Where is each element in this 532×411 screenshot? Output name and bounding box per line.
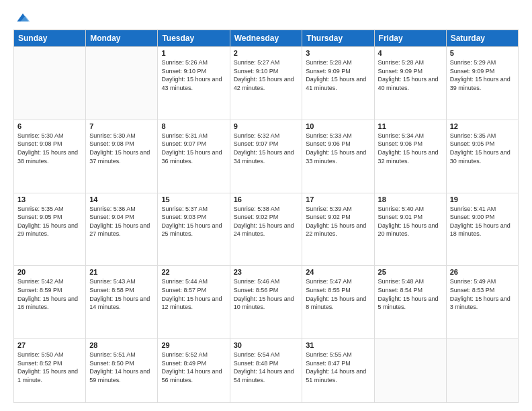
cell-content: Sunrise: 5:41 AM Sunset: 9:00 PM Dayligh…	[450, 205, 515, 238]
calendar-cell: 15Sunrise: 5:37 AM Sunset: 9:03 PM Dayli…	[158, 193, 230, 266]
calendar-cell: 1Sunrise: 5:26 AM Sunset: 9:10 PM Daylig…	[158, 47, 230, 120]
calendar-cell: 21Sunrise: 5:43 AM Sunset: 8:58 PM Dayli…	[86, 266, 158, 339]
calendar-cell	[374, 339, 446, 403]
weekday-wednesday: Wednesday	[230, 30, 302, 47]
calendar-cell: 12Sunrise: 5:35 AM Sunset: 9:05 PM Dayli…	[446, 120, 518, 193]
week-row-4: 20Sunrise: 5:42 AM Sunset: 8:59 PM Dayli…	[14, 266, 519, 339]
calendar-cell: 14Sunrise: 5:36 AM Sunset: 9:04 PM Dayli…	[86, 193, 158, 266]
day-number: 21	[89, 268, 154, 276]
calendar-cell: 9Sunrise: 5:32 AM Sunset: 9:07 PM Daylig…	[230, 120, 302, 193]
day-number: 12	[450, 122, 515, 130]
calendar-cell: 20Sunrise: 5:42 AM Sunset: 8:59 PM Dayli…	[14, 266, 86, 339]
day-number: 11	[378, 122, 443, 130]
calendar-cell: 28Sunrise: 5:51 AM Sunset: 8:50 PM Dayli…	[86, 339, 158, 403]
day-number: 17	[306, 195, 370, 203]
cell-content: Sunrise: 5:46 AM Sunset: 8:56 PM Dayligh…	[234, 277, 299, 311]
calendar-cell: 19Sunrise: 5:41 AM Sunset: 9:00 PM Dayli…	[446, 193, 518, 266]
cell-content: Sunrise: 5:47 AM Sunset: 8:55 PM Dayligh…	[306, 277, 370, 311]
calendar-cell	[14, 47, 86, 120]
cell-content: Sunrise: 5:51 AM Sunset: 8:50 PM Dayligh…	[89, 351, 154, 384]
page: SundayMondayTuesdayWednesdayThursdayFrid…	[0, 0, 532, 411]
cell-content: Sunrise: 5:38 AM Sunset: 9:02 PM Dayligh…	[234, 205, 299, 238]
week-row-3: 13Sunrise: 5:35 AM Sunset: 9:05 PM Dayli…	[14, 193, 519, 266]
cell-content: Sunrise: 5:37 AM Sunset: 9:03 PM Dayligh…	[161, 205, 226, 238]
day-number: 23	[234, 268, 299, 276]
calendar-cell: 30Sunrise: 5:54 AM Sunset: 8:48 PM Dayli…	[230, 339, 302, 403]
cell-content: Sunrise: 5:43 AM Sunset: 8:58 PM Dayligh…	[89, 277, 154, 311]
calendar-cell: 26Sunrise: 5:49 AM Sunset: 8:53 PM Dayli…	[446, 266, 518, 339]
cell-content: Sunrise: 5:28 AM Sunset: 9:09 PM Dayligh…	[378, 58, 443, 92]
weekday-friday: Friday	[374, 30, 446, 47]
week-row-2: 6Sunrise: 5:30 AM Sunset: 9:08 PM Daylig…	[14, 120, 519, 193]
day-number: 26	[450, 268, 515, 276]
weekday-tuesday: Tuesday	[158, 30, 230, 47]
calendar-cell: 27Sunrise: 5:50 AM Sunset: 8:52 PM Dayli…	[14, 339, 86, 403]
weekday-sunday: Sunday	[14, 30, 86, 47]
calendar-cell: 13Sunrise: 5:35 AM Sunset: 9:05 PM Dayli…	[14, 193, 86, 266]
weekday-saturday: Saturday	[446, 30, 518, 47]
logo-icon	[15, 11, 31, 24]
calendar-cell: 25Sunrise: 5:48 AM Sunset: 8:54 PM Dayli…	[374, 266, 446, 339]
calendar-cell: 31Sunrise: 5:55 AM Sunset: 8:47 PM Dayli…	[302, 339, 374, 403]
cell-content: Sunrise: 5:30 AM Sunset: 9:08 PM Dayligh…	[17, 132, 82, 165]
cell-content: Sunrise: 5:39 AM Sunset: 9:02 PM Dayligh…	[306, 205, 370, 238]
cell-content: Sunrise: 5:44 AM Sunset: 8:57 PM Dayligh…	[161, 277, 226, 311]
calendar-cell: 2Sunrise: 5:27 AM Sunset: 9:10 PM Daylig…	[230, 47, 302, 120]
day-number: 22	[161, 268, 226, 276]
calendar: SundayMondayTuesdayWednesdayThursdayFrid…	[13, 30, 519, 403]
day-number: 31	[306, 341, 370, 349]
day-number: 14	[89, 195, 154, 203]
day-number: 13	[17, 195, 82, 203]
week-row-5: 27Sunrise: 5:50 AM Sunset: 8:52 PM Dayli…	[14, 339, 519, 403]
logo	[13, 11, 31, 24]
day-number: 15	[161, 195, 226, 203]
day-number: 4	[378, 49, 443, 57]
calendar-cell: 23Sunrise: 5:46 AM Sunset: 8:56 PM Dayli…	[230, 266, 302, 339]
day-number: 18	[378, 195, 443, 203]
day-number: 24	[306, 268, 370, 276]
cell-content: Sunrise: 5:35 AM Sunset: 9:05 PM Dayligh…	[17, 205, 82, 238]
day-number: 9	[234, 122, 299, 130]
day-number: 30	[234, 341, 299, 349]
day-number: 16	[234, 195, 299, 203]
calendar-cell: 29Sunrise: 5:52 AM Sunset: 8:49 PM Dayli…	[158, 339, 230, 403]
calendar-cell: 17Sunrise: 5:39 AM Sunset: 9:02 PM Dayli…	[302, 193, 374, 266]
cell-content: Sunrise: 5:55 AM Sunset: 8:47 PM Dayligh…	[306, 351, 370, 384]
calendar-cell: 22Sunrise: 5:44 AM Sunset: 8:57 PM Dayli…	[158, 266, 230, 339]
day-number: 6	[17, 122, 82, 130]
cell-content: Sunrise: 5:54 AM Sunset: 8:48 PM Dayligh…	[234, 351, 299, 384]
day-number: 3	[306, 49, 370, 57]
calendar-cell: 10Sunrise: 5:33 AM Sunset: 9:06 PM Dayli…	[302, 120, 374, 193]
week-row-1: 1Sunrise: 5:26 AM Sunset: 9:10 PM Daylig…	[14, 47, 519, 120]
calendar-cell	[86, 47, 158, 120]
cell-content: Sunrise: 5:50 AM Sunset: 8:52 PM Dayligh…	[17, 351, 82, 384]
cell-content: Sunrise: 5:30 AM Sunset: 9:08 PM Dayligh…	[89, 132, 154, 165]
calendar-cell: 5Sunrise: 5:29 AM Sunset: 9:09 PM Daylig…	[446, 47, 518, 120]
cell-content: Sunrise: 5:33 AM Sunset: 9:06 PM Dayligh…	[306, 132, 370, 165]
cell-content: Sunrise: 5:40 AM Sunset: 9:01 PM Dayligh…	[378, 205, 443, 238]
cell-content: Sunrise: 5:36 AM Sunset: 9:04 PM Dayligh…	[89, 205, 154, 238]
day-number: 19	[450, 195, 515, 203]
cell-content: Sunrise: 5:31 AM Sunset: 9:07 PM Dayligh…	[161, 132, 226, 165]
cell-content: Sunrise: 5:27 AM Sunset: 9:10 PM Dayligh…	[234, 58, 299, 92]
cell-content: Sunrise: 5:26 AM Sunset: 9:10 PM Dayligh…	[161, 58, 226, 92]
header	[13, 11, 519, 24]
calendar-cell: 8Sunrise: 5:31 AM Sunset: 9:07 PM Daylig…	[158, 120, 230, 193]
day-number: 28	[89, 341, 154, 349]
weekday-thursday: Thursday	[302, 30, 374, 47]
day-number: 10	[306, 122, 370, 130]
day-number: 7	[89, 122, 154, 130]
cell-content: Sunrise: 5:42 AM Sunset: 8:59 PM Dayligh…	[17, 277, 82, 311]
day-number: 8	[161, 122, 226, 130]
day-number: 27	[17, 341, 82, 349]
cell-content: Sunrise: 5:49 AM Sunset: 8:53 PM Dayligh…	[450, 277, 515, 311]
calendar-cell: 3Sunrise: 5:28 AM Sunset: 9:09 PM Daylig…	[302, 47, 374, 120]
day-number: 29	[161, 341, 226, 349]
day-number: 25	[378, 268, 443, 276]
calendar-cell: 18Sunrise: 5:40 AM Sunset: 9:01 PM Dayli…	[374, 193, 446, 266]
calendar-cell: 7Sunrise: 5:30 AM Sunset: 9:08 PM Daylig…	[86, 120, 158, 193]
cell-content: Sunrise: 5:29 AM Sunset: 9:09 PM Dayligh…	[450, 58, 515, 92]
cell-content: Sunrise: 5:34 AM Sunset: 9:06 PM Dayligh…	[378, 132, 443, 165]
day-number: 20	[17, 268, 82, 276]
day-number: 2	[234, 49, 299, 57]
